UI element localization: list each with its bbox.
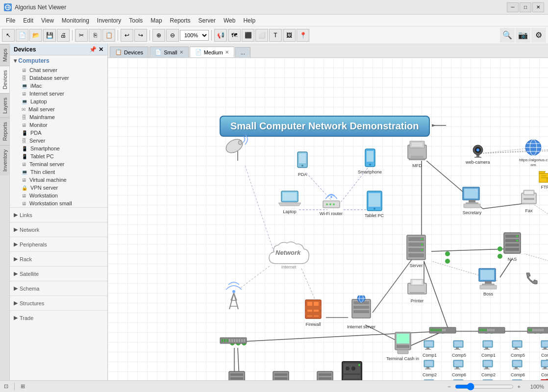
tb-map1[interactable]: 🗺 [228, 29, 241, 42]
sidebar-item-imac[interactable]: 💻 iMac [10, 82, 107, 90]
sidebar-item-chatserver[interactable]: 🖥 Chat server [10, 66, 107, 74]
node-network-cloud[interactable]: Network Internet [267, 239, 311, 270]
tb-copy[interactable]: ⎘ [89, 29, 101, 42]
menu-reports[interactable]: Reports [166, 16, 195, 25]
sidebar-item-vpnserver[interactable]: 🔒 VPN server [10, 184, 107, 192]
tb-camera[interactable]: 📷 [516, 28, 530, 43]
node-tabletpc[interactable]: Tablet PC [365, 190, 384, 219]
node-comp5-3[interactable]: Comp7 [452, 379, 466, 380]
menu-file[interactable]: File [2, 16, 19, 25]
sidebar-item-workstation[interactable]: 🖥 Workstation [10, 192, 107, 199]
menu-view[interactable]: View [37, 16, 58, 25]
node-secretary[interactable]: Secretary [461, 186, 483, 216]
sidebar-section-network-header[interactable]: ▶ Network [10, 224, 107, 235]
node-laptop[interactable]: Laptop [278, 190, 301, 215]
tb-zoom-out[interactable]: ⊖ [166, 29, 179, 42]
sidebar-item-dbserver[interactable]: 🗄 Database server [10, 74, 107, 82]
left-tab-reports[interactable]: Reports [0, 118, 9, 145]
node-switch3[interactable] [478, 326, 505, 334]
sidebar-section-rack-header[interactable]: ▶ Rack [10, 254, 107, 264]
sidebar-item-laptop[interactable]: 💻 Laptop [10, 98, 107, 105]
node-comp3-2[interactable]: Comp2 [540, 359, 548, 380]
sidebar-item-monitor[interactable]: 🖥 Monitor [10, 121, 107, 129]
node-switch1[interactable] [220, 336, 247, 345]
tb-redo[interactable]: ↪ [134, 29, 147, 42]
node-boss[interactable]: Boss [477, 268, 499, 297]
tab-small-close[interactable]: ✕ [179, 49, 183, 55]
sidebar-item-mailserver[interactable]: ✉ Mail server [10, 105, 107, 113]
tb-settings[interactable]: ⚙ [531, 28, 546, 43]
sidebar-section-links-header[interactable]: ▶ Links [10, 210, 107, 220]
tb-save[interactable]: 💾 [43, 29, 56, 42]
menu-inventory[interactable]: Inventory [93, 16, 125, 25]
left-tab-maps[interactable]: Maps [0, 44, 9, 66]
menu-server[interactable]: Server [195, 16, 220, 25]
menu-web[interactable]: Web [220, 16, 239, 25]
sidebar-item-server[interactable]: 🗄 Server [10, 137, 107, 145]
maximize-button[interactable]: □ [520, 2, 531, 12]
sidebar-item-workstationsmall[interactable]: 🖥 Workstation small [10, 199, 107, 207]
tb-cut[interactable]: ✂ [75, 29, 88, 42]
menu-map[interactable]: Map [147, 16, 166, 25]
node-server[interactable]: Server [405, 234, 427, 269]
zoom-select[interactable]: 100% 50% 75% 125% 150% [180, 30, 209, 41]
sidebar-category-computers[interactable]: ▾ Computers [10, 55, 107, 66]
sidebar-item-pda[interactable]: 📱 PDA [10, 129, 107, 137]
node-internetserver[interactable]: Internet server [347, 295, 375, 330]
node-pda[interactable]: PDA [296, 151, 309, 177]
menu-help[interactable]: Help [239, 16, 259, 25]
node-comp3-3[interactable]: Comp3 [540, 379, 548, 380]
node-switch2[interactable] [429, 326, 456, 334]
node-comp5-2[interactable]: Comp6 [452, 359, 466, 378]
node-smartphone[interactable]: Smartphone [358, 148, 382, 175]
sidebar-section-structures-header[interactable]: ▶ Structures [10, 298, 107, 308]
node-comp6-3[interactable]: Comp7 [511, 379, 525, 380]
tb-text[interactable]: T [269, 29, 282, 42]
node-tower[interactable] [224, 276, 243, 310]
tab-medium[interactable]: 📄 Medium ✕ [190, 47, 234, 57]
tab-small[interactable]: 📄 Small ✕ [149, 47, 189, 57]
node-comp2-3[interactable]: Comp3 [481, 379, 496, 380]
node-nas[interactable]: NAS [502, 232, 522, 262]
tb-pin[interactable]: 📍 [297, 29, 309, 42]
left-tab-inventory[interactable]: Inventory [0, 145, 9, 175]
statusbar-grid-icon[interactable]: ⊞ [21, 383, 25, 390]
tb-map2[interactable]: ⬛ [242, 29, 254, 42]
sidebar-pin-icon[interactable]: 📌 [89, 46, 97, 53]
node-comp5-1[interactable]: Comp5 [452, 340, 466, 358]
sidebar-item-mainframe[interactable]: 🗄 Mainframe [10, 113, 107, 121]
node-comp2-1[interactable]: Comp1 [481, 340, 496, 358]
tab-medium-close[interactable]: ✕ [225, 49, 229, 55]
zoom-slider[interactable] [455, 383, 514, 391]
sidebar-close-icon[interactable]: ✕ [99, 46, 103, 53]
sidebar-item-virtualmachine[interactable]: 🖥 Virtual machine [10, 176, 107, 184]
node-comp1-2[interactable]: Comp2 [423, 359, 437, 378]
menu-edit[interactable]: Edit [19, 16, 37, 25]
minimize-button[interactable]: ─ [507, 2, 519, 12]
sidebar-section-trade-header[interactable]: ▶ Trade [10, 313, 107, 323]
node-webcam[interactable]: web-camera [466, 144, 490, 165]
sidebar-item-terminalserver[interactable]: 🖥 Teminal server [10, 160, 107, 168]
sidebar-item-internetserver[interactable]: 🖥 Internet server [10, 90, 107, 98]
node-satellite[interactable] [224, 134, 251, 163]
tb-undo[interactable]: ↩ [121, 29, 133, 42]
node-termserver3[interactable]: Terminal server [310, 370, 340, 380]
node-comp1-3[interactable]: Comp3 [423, 379, 437, 380]
tb-zoom-in[interactable]: ⊕ [152, 29, 165, 42]
tb-search[interactable]: 🔍 [500, 28, 515, 43]
sidebar-section-schema-header[interactable]: ▶ Schema [10, 283, 107, 294]
sidebar-item-thinclient[interactable]: 💻 Thin client [10, 168, 107, 176]
node-mfd[interactable]: MFD [406, 140, 428, 169]
node-comp1-1[interactable]: Comp1 [423, 340, 437, 358]
node-firewall[interactable]: Firewall [304, 298, 323, 327]
menu-tools[interactable]: Tools [125, 16, 147, 25]
sidebar-item-tabletpc[interactable]: 📱 Tablet PC [10, 152, 107, 160]
tb-paste[interactable]: 📋 [102, 29, 115, 42]
node-termserver2[interactable]: Terminal server [266, 370, 296, 380]
statusbar-fit-icon[interactable]: ⊡ [4, 383, 8, 390]
node-printer[interactable]: Printer [406, 277, 428, 304]
node-comp6-1[interactable]: Comp5 [511, 340, 525, 358]
node-fax[interactable]: Fax [520, 189, 538, 214]
node-comp6-2[interactable]: Comp6 [511, 359, 525, 378]
tb-alert[interactable]: 📢 [214, 29, 227, 42]
